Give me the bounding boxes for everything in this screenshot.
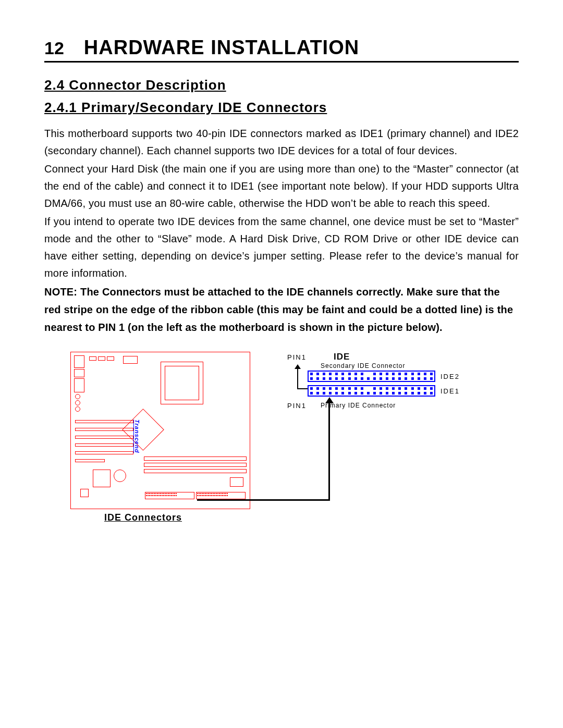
power-connector <box>123 356 138 364</box>
expansion-slot <box>75 436 133 439</box>
callout-line <box>328 401 330 500</box>
ide1-label: IDE1 <box>440 387 460 395</box>
brand-label: Transcend <box>134 419 140 453</box>
diagram: Transcend IDE PIN1 Secondary IDE Connect… <box>44 352 519 529</box>
callout-line <box>297 388 308 389</box>
callout-line <box>297 367 298 388</box>
expansion-slot <box>75 428 133 431</box>
ide-heading: IDE <box>334 352 350 362</box>
ide-connector-onboard <box>145 492 194 499</box>
diagram-caption: IDE Connectors <box>104 512 182 523</box>
pin1-label: PIN1 <box>287 353 307 361</box>
section-heading: 2.4 Connector Description <box>44 77 519 93</box>
io-port <box>75 406 80 412</box>
document-page: 12 HARDWARE INSTALLATION 2.4 Connector D… <box>0 0 563 728</box>
io-port <box>74 355 84 368</box>
expansion-slot <box>75 451 133 454</box>
floppy-connector <box>230 477 243 487</box>
subsection-heading: 2.4.1 Primary/Secondary IDE Connectors <box>44 100 519 116</box>
paragraph: Connect your Hard Disk (the main one if … <box>44 161 519 212</box>
io-port <box>75 400 80 405</box>
io-port <box>74 369 84 377</box>
chapter-title: HARDWARE INSTALLATION <box>84 36 359 59</box>
note-prefix: NOTE: <box>44 286 80 298</box>
page-header: 12 HARDWARE INSTALLATION <box>44 36 519 63</box>
pin1-label: PIN1 <box>287 402 307 410</box>
ram-slot <box>144 463 247 467</box>
ram-slot <box>144 456 247 461</box>
cpu-socket-inner <box>165 366 199 400</box>
expansion-slot <box>75 459 105 462</box>
ide1-connector-diagram <box>308 385 435 397</box>
header-pins <box>89 356 96 361</box>
ide2-label: IDE2 <box>440 373 460 380</box>
header-pins <box>107 356 114 361</box>
arrow-icon <box>295 364 301 369</box>
paragraph: If you intend to operate two IDE devices… <box>44 213 519 282</box>
io-port <box>75 394 80 399</box>
secondary-connector-label: Secondary IDE Connector <box>321 362 405 369</box>
primary-connector-label: Primary IDE Connector <box>321 402 396 409</box>
header-pins <box>98 356 105 361</box>
ram-slot <box>144 469 247 473</box>
chip <box>80 489 89 497</box>
callout-line <box>197 499 330 501</box>
expansion-slot <box>75 420 133 423</box>
motherboard-outline <box>70 352 250 509</box>
page-number: 12 <box>44 38 64 58</box>
io-port <box>74 378 84 392</box>
ide2-connector-diagram <box>308 371 435 382</box>
note-text: The Connectors must be attached to the I… <box>44 286 513 333</box>
paragraph: This motherboard supports two 40-pin IDE… <box>44 125 519 159</box>
chipset <box>93 470 111 487</box>
expansion-slot <box>75 443 133 447</box>
note-paragraph: NOTE: The Connectors must be attached to… <box>44 283 519 336</box>
ide-connector-onboard <box>196 492 246 499</box>
battery <box>114 470 126 482</box>
